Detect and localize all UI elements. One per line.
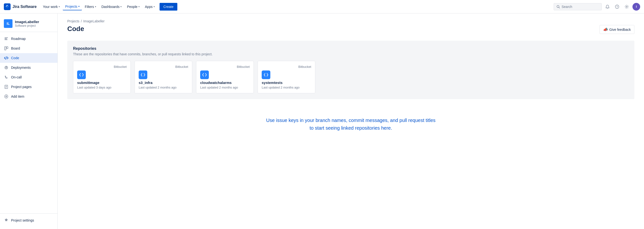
notifications-button[interactable] <box>604 3 611 11</box>
main-content: Projects / ImageLabeller Code 📣 Give fee… <box>58 14 644 229</box>
nav-projects-label: Projects <box>65 5 78 9</box>
pages-icon <box>4 84 9 89</box>
megaphone-icon: 📣 <box>603 27 608 32</box>
help-icon: ? <box>615 5 619 9</box>
search-box[interactable]: Search <box>554 3 602 10</box>
sidebar-pages-label: Project pages <box>11 85 32 89</box>
empty-state-text: Use issue keys in your branch names, com… <box>255 116 447 132</box>
oncall-icon <box>4 75 9 80</box>
search-placeholder: Search <box>562 5 572 9</box>
svg-rect-6 <box>4 38 8 38</box>
repo-icon-0 <box>77 71 86 79</box>
nav-filters-label: Filters <box>85 5 94 9</box>
logo-text: Jira Software <box>12 5 36 9</box>
topnav-right: Search ? I <box>554 3 640 11</box>
jira-logo-icon <box>4 3 10 10</box>
sidebar-item-roadmap[interactable]: Roadmap <box>0 34 58 44</box>
sidebar-item-add[interactable]: Add item <box>0 92 58 101</box>
breadcrumb: Projects / ImageLabeller <box>67 19 634 23</box>
repo-name-0: submitImage <box>77 81 127 85</box>
repo-name-2: cloudwatchalarms <box>200 81 250 85</box>
nav-dashboards-label: Dashboards <box>102 5 120 9</box>
repo-updated-0: Last updated 3 days ago <box>77 86 127 89</box>
give-feedback-button[interactable]: 📣 Give feedback <box>600 25 635 34</box>
sidebar-deployments-label: Deployments <box>11 66 31 70</box>
nav-your-work-label: Your work <box>43 5 58 9</box>
sidebar-code-label: Code <box>11 56 19 60</box>
nav-projects[interactable]: Projects ▾ <box>63 3 82 10</box>
repo-updated-3: Last updated 2 months ago <box>262 86 311 89</box>
sidebar: IL ImageLabeller Software project Roadma… <box>0 14 58 229</box>
repo-name-3: systemtests <box>262 81 311 85</box>
repositories-desc: These are the repositories that have com… <box>73 52 628 56</box>
chevron-down-icon: ▾ <box>95 5 96 8</box>
sidebar-project[interactable]: IL ImageLabeller Software project <box>0 17 58 32</box>
deployments-icon <box>4 65 9 70</box>
sidebar-roadmap-label: Roadmap <box>11 37 26 41</box>
repo-name-1: s3_infra <box>139 81 188 85</box>
repo-updated-1: Last updated 2 months ago <box>139 86 188 89</box>
sidebar-item-pages[interactable]: Project pages <box>0 82 58 92</box>
svg-point-5 <box>626 6 628 7</box>
repo-card[interactable]: Bitbucket submitImage Last updated 3 day… <box>73 61 131 93</box>
sidebar-settings-label: Project settings <box>11 218 34 222</box>
help-button[interactable]: ? <box>613 3 621 11</box>
sidebar-item-board[interactable]: Board <box>0 44 58 53</box>
repo-provider-3: Bitbucket <box>298 65 311 69</box>
project-icon: IL <box>4 19 12 28</box>
code-icon <box>4 56 9 60</box>
sidebar-nav: Roadmap Board Code Deploym <box>0 34 58 101</box>
avatar[interactable]: I <box>632 3 640 11</box>
roadmap-icon <box>4 36 9 41</box>
nav-your-work[interactable]: Your work ▾ <box>40 3 62 10</box>
sidebar-divider <box>0 32 58 32</box>
settings-button[interactable] <box>623 3 630 11</box>
svg-line-2 <box>559 7 560 8</box>
repo-card[interactable]: Bitbucket s3_infra Last updated 2 months… <box>134 61 192 93</box>
page-title: Code <box>67 25 84 33</box>
nav-people[interactable]: People ▾ <box>124 3 142 10</box>
search-icon <box>556 5 560 9</box>
sidebar-item-deployments[interactable]: Deployments <box>0 63 58 72</box>
layout: IL ImageLabeller Software project Roadma… <box>0 14 644 229</box>
repo-card[interactable]: Bitbucket cloudwatchalarms Last updated … <box>196 61 254 93</box>
breadcrumb-separator: / <box>81 19 82 23</box>
jira-logo[interactable]: Jira Software <box>4 3 36 10</box>
sidebar-item-code[interactable]: Code <box>0 53 58 63</box>
repo-icon-1 <box>139 71 147 79</box>
give-feedback-label: Give feedback <box>610 28 631 32</box>
repo-provider-2: Bitbucket <box>237 65 250 69</box>
repo-cards: Bitbucket submitImage Last updated 3 day… <box>73 61 628 93</box>
chevron-down-icon: ▾ <box>154 5 155 8</box>
repositories-section: Repositories These are the repositories … <box>67 41 634 99</box>
svg-point-13 <box>6 67 7 68</box>
sidebar-oncall-label: On-call <box>11 75 22 79</box>
breadcrumb-projects[interactable]: Projects <box>67 19 80 23</box>
project-name: ImageLabeller <box>15 20 39 24</box>
chevron-down-icon: ▾ <box>138 5 140 8</box>
repo-card[interactable]: Bitbucket systemtests Last updated 2 mon… <box>258 61 315 93</box>
repo-provider-1: Bitbucket <box>176 65 188 69</box>
svg-rect-10 <box>6 47 8 49</box>
empty-state: Use issue keys in your branch names, com… <box>67 107 634 141</box>
board-icon <box>4 46 9 51</box>
nav-dashboards[interactable]: Dashboards ▾ <box>99 3 124 10</box>
topnav: Jira Software Your work ▾ Projects ▾ Fil… <box>0 0 644 14</box>
sidebar-item-project-settings[interactable]: Project settings <box>0 215 58 225</box>
chevron-down-icon: ▾ <box>120 5 122 8</box>
repo-icon-3 <box>262 71 270 79</box>
nav-filters[interactable]: Filters ▾ <box>82 3 98 10</box>
breadcrumb-imagelabeller[interactable]: ImageLabeller <box>83 19 104 23</box>
repositories-title: Repositories <box>73 46 628 51</box>
create-button[interactable]: Create <box>160 3 177 11</box>
topnav-nav: Your work ▾ Projects ▾ Filters ▾ Dashboa… <box>40 3 157 10</box>
sidebar-item-oncall[interactable]: On-call <box>0 72 58 82</box>
repo-provider-0: Bitbucket <box>114 65 127 69</box>
repo-updated-2: Last updated 2 months ago <box>200 86 250 89</box>
chevron-down-icon: ▾ <box>78 5 80 8</box>
chevron-down-icon: ▾ <box>59 5 60 8</box>
nav-people-label: People <box>127 5 138 9</box>
gear-icon <box>4 218 9 223</box>
nav-apps[interactable]: Apps ▾ <box>142 3 157 10</box>
sidebar-board-label: Board <box>11 46 20 50</box>
